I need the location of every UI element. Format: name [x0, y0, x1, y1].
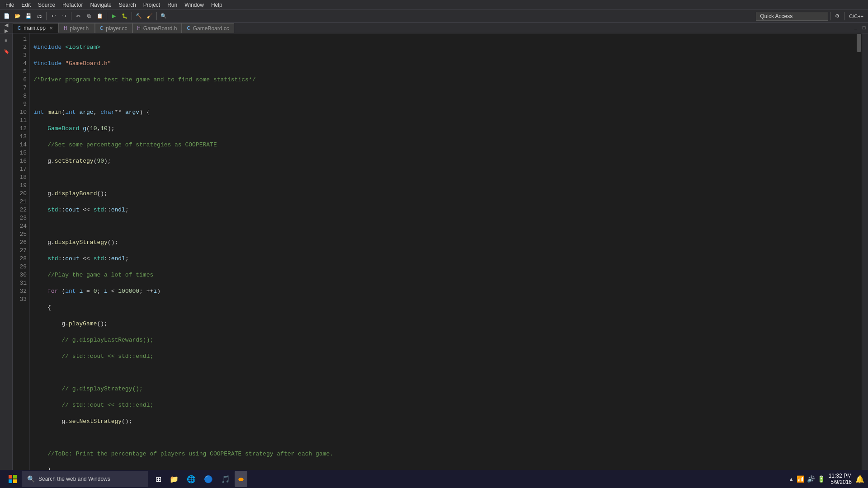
tab-player-h[interactable]: H player.h [59, 23, 95, 33]
bookmarks-btn[interactable]: 🔖 [1, 46, 11, 56]
search-icon: 🔍 [27, 475, 35, 483]
code-line-10: g.displayBoard(); [33, 190, 858, 198]
tab-gameboard-h[interactable]: H GameBoard.h [132, 23, 182, 33]
line-numbers: 12345 678910 1112131415 1617181920 21222… [13, 33, 30, 476]
search-toolbar-button[interactable]: 🔍 [159, 11, 169, 21]
toolbar: 📄 📂 💾 🗂 ↩ ↪ ✂ ⧉ 📋 ▶ 🐛 🔨 🧹 🔍 Quick Access… [0, 10, 868, 23]
code-line-14: std::cout << std::endl; [33, 255, 858, 263]
eclipse-icon: ⬬ [238, 475, 244, 483]
code-line-25 [33, 434, 858, 442]
network-icon: 📶 [797, 475, 804, 483]
code-line-21 [33, 369, 858, 377]
right-sidebar [862, 33, 868, 476]
tray-icons: ▲ 📶 🔊 🔋 [789, 475, 825, 483]
save-file-button[interactable]: 💾 [24, 11, 33, 21]
code-line-22: // g.displayStrategy(); [33, 385, 858, 393]
menu-edit[interactable]: Edit [18, 0, 34, 9]
sep1 [46, 12, 47, 20]
tab-label: main.cpp [24, 25, 46, 31]
cut-button[interactable]: ✂ [73, 11, 83, 21]
edge-browser-button[interactable]: 🌐 [183, 471, 199, 487]
code-line-13: g.displayStrategy(); [33, 239, 858, 247]
sep3 [107, 12, 107, 20]
media-button[interactable]: 🎵 [217, 471, 234, 487]
code-line-2: #include "GameBoard.h" [33, 60, 858, 68]
tab-close-main-cpp[interactable]: ✕ [48, 26, 54, 31]
menu-bar: File Edit Source Refactor Navigate Searc… [0, 0, 868, 10]
lang-selector[interactable]: C/C++ [846, 11, 866, 21]
redo-button[interactable]: ↪ [59, 11, 69, 21]
code-line-7: //Set some percentage of strategies as C… [33, 141, 858, 149]
run-button[interactable]: ▶ [109, 11, 119, 21]
code-line-9 [33, 174, 858, 182]
svg-rect-3 [13, 479, 17, 483]
tab-main-cpp[interactable]: C main.cpp ✕ [13, 23, 59, 33]
code-line-1: #include <iostream> [33, 43, 858, 52]
undo-button[interactable]: ↩ [48, 11, 58, 21]
left-panel: ≡ 🔖 [0, 33, 13, 476]
outline-panel-btn[interactable]: ≡ [1, 35, 11, 45]
code-line-15: //Play the game a lot of times [33, 271, 858, 279]
code-line-6: GameBoard g(10,10); [33, 125, 858, 133]
sep7 [844, 12, 844, 20]
menu-project[interactable]: Project [140, 0, 164, 9]
tab-gameboard-cc[interactable]: C GameBoard.cc [182, 23, 234, 33]
debug-button[interactable]: 🐛 [120, 11, 130, 21]
tab-label: player.cc [106, 25, 127, 32]
quick-access-field[interactable]: Quick Access [756, 12, 828, 21]
menu-file[interactable]: File [2, 0, 18, 9]
code-line-4 [33, 92, 858, 100]
menu-window[interactable]: Window [181, 0, 208, 9]
code-content[interactable]: #include <iostream> #include "GameBoard.… [30, 33, 862, 476]
date-display: 5/9/2016 [829, 479, 852, 485]
clock: 11:32 PM 5/9/2016 [829, 473, 852, 485]
code-line-18: g.playGame(); [33, 320, 858, 328]
tab-label: player.h [70, 25, 89, 32]
code-line-20: // std::cout << std::endl; [33, 352, 858, 361]
minimize-editor-button[interactable]: _ [852, 23, 860, 32]
cpp-icon: C [187, 26, 190, 31]
taskbar: 🔍 Search the web and Windows ⊞ 📁 🌐 🔵 🎵 ⬬… [0, 470, 868, 488]
copy-button[interactable]: ⧉ [84, 11, 94, 21]
vertical-scrollbar[interactable] [856, 33, 862, 476]
tab-scroll-right[interactable]: ▶ [2, 28, 10, 34]
menu-source[interactable]: Source [34, 0, 59, 9]
code-line-11: std::cout << std::endl; [33, 206, 858, 214]
save-all-button[interactable]: 🗂 [34, 11, 44, 21]
svg-rect-0 [9, 475, 12, 479]
menu-run[interactable]: Run [164, 0, 181, 9]
chrome-button[interactable]: 🔵 [200, 471, 217, 487]
start-button[interactable] [4, 471, 22, 487]
scrollbar-thumb[interactable] [857, 34, 861, 52]
tab-scroll-left[interactable]: ◀ [2, 22, 10, 28]
menu-navigate[interactable]: Navigate [86, 0, 115, 9]
new-file-button[interactable]: 📄 [2, 11, 12, 21]
chevron-tray-icon[interactable]: ▲ [789, 476, 794, 482]
maximize-editor-button[interactable]: □ [860, 23, 868, 32]
code-editor[interactable]: 12345 678910 1112131415 1617181920 21222… [13, 33, 862, 476]
header-icon: H [137, 26, 141, 31]
task-view-button[interactable]: ⊞ [152, 471, 165, 487]
menu-help[interactable]: Help [208, 0, 226, 9]
tab-player-cc[interactable]: C player.cc [95, 23, 132, 33]
search-taskbar[interactable]: 🔍 Search the web and Windows [22, 471, 148, 487]
eclipse-button[interactable]: ⬬ [235, 471, 247, 487]
cpp-icon: C [18, 26, 21, 31]
sep5 [156, 12, 157, 20]
file-explorer-button[interactable]: 📁 [166, 471, 182, 487]
paste-button[interactable]: 📋 [95, 11, 105, 21]
code-line-17: { [33, 304, 858, 312]
menu-search[interactable]: Search [115, 0, 140, 9]
code-line-16: for (int i = 0; i < 100000; ++i) [33, 287, 858, 296]
svg-rect-1 [13, 475, 17, 479]
clean-button[interactable]: 🧹 [145, 11, 155, 21]
notification-button[interactable]: 🔔 [855, 475, 864, 483]
open-file-button[interactable]: 📂 [13, 11, 23, 21]
battery-icon: 🔋 [817, 475, 825, 483]
code-line-3: /*Driver program to test the game and to… [33, 76, 858, 84]
menu-refactor[interactable]: Refactor [59, 0, 86, 9]
options-button[interactable]: ⚙ [832, 11, 842, 21]
build-button[interactable]: 🔨 [134, 11, 144, 21]
taskbar-icons: ⊞ 📁 🌐 🔵 🎵 ⬬ [152, 471, 247, 487]
code-line-12 [33, 222, 858, 230]
